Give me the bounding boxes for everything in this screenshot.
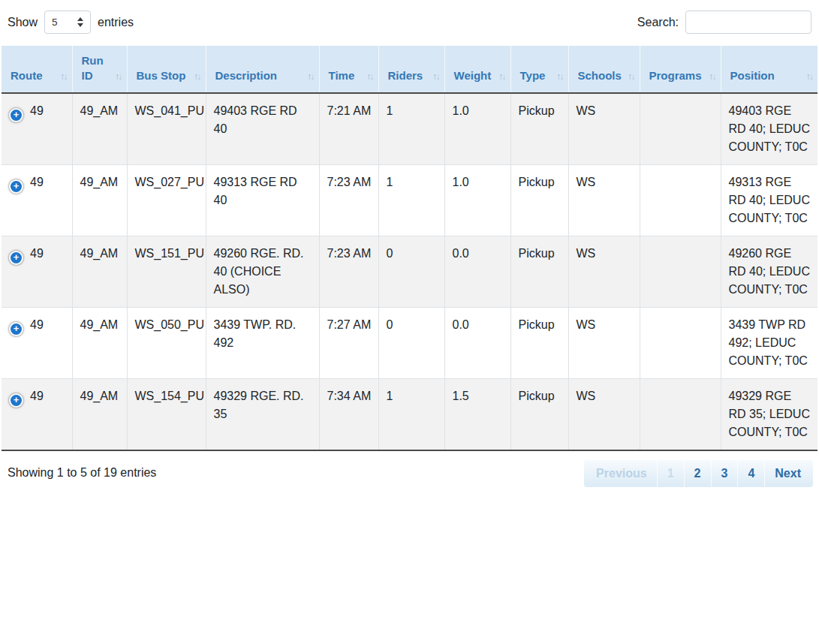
cell-description: 49329 RGE. RD. 35 [206, 379, 319, 451]
cell-route: +49 [2, 236, 72, 308]
cell-type: Pickup [510, 165, 568, 236]
cell-position: 49313 RGE RD 40; LEDUC COUNTY; T0C [721, 165, 817, 236]
search-control: Search: [637, 11, 811, 34]
cell-route: +49 [2, 165, 72, 236]
cell-schools: WS [568, 379, 640, 451]
column-label: Bus Stop [137, 69, 186, 82]
page-length-value: 5 [52, 17, 58, 28]
sort-icon: ↑↓ [366, 71, 373, 83]
expand-row-plus-icon[interactable]: + [9, 251, 23, 265]
table-info: Showing 1 to 5 of 19 entries [8, 460, 156, 480]
cell-position: 49260 RGE RD 40; LEDUC COUNTY; T0C [721, 236, 817, 308]
expand-row-plus-icon[interactable]: + [9, 322, 23, 336]
route-value: 49 [30, 247, 44, 260]
sort-icon: ↑↓ [432, 71, 439, 83]
cell-position: 49329 RGE RD 35; LEDUC COUNTY; T0C [721, 379, 817, 451]
route-value: 49 [30, 104, 44, 117]
select-up-down-icon [77, 17, 83, 27]
cell-schools: WS [568, 93, 640, 165]
cell-position: 49403 RGE RD 40; LEDUC COUNTY; T0C [721, 93, 817, 165]
column-label: Time [329, 69, 355, 82]
column-header-programs[interactable]: Programs↑↓ [640, 46, 721, 93]
cell-weight: 1.5 [444, 379, 510, 451]
cell-schools: WS [568, 236, 640, 308]
table-row: +4949_AMWS_041_PU49403 RGE RD 407:21 AM1… [2, 93, 817, 165]
column-header-bus_stop[interactable]: Bus Stop↑↓ [127, 46, 206, 93]
cell-time: 7:21 AM [319, 93, 378, 165]
sort-icon: ↑↓ [709, 71, 715, 83]
column-header-route[interactable]: Route↑↓ [2, 46, 72, 93]
search-input[interactable] [685, 11, 811, 34]
cell-description: 49313 RGE RD 40 [206, 165, 319, 236]
expand-row-plus-icon[interactable]: + [9, 393, 23, 408]
cell-run_id: 49_AM [72, 236, 127, 308]
cell-time: 7:27 AM [319, 308, 378, 379]
cell-riders: 1 [378, 93, 444, 165]
cell-run_id: 49_AM [72, 93, 127, 165]
column-label: Route [11, 69, 43, 82]
page-button-next[interactable]: Next [764, 460, 813, 487]
page-button-1[interactable]: 1 [657, 460, 684, 487]
page-length-select[interactable]: 5 [44, 11, 91, 34]
cell-programs [640, 93, 721, 165]
sort-icon: ↑↓ [307, 71, 314, 83]
column-label: Description [215, 69, 278, 82]
cell-riders: 0 [378, 308, 444, 379]
column-header-run_id[interactable]: Run ID↑↓ [72, 46, 127, 93]
entries-label: entries [98, 16, 134, 29]
sort-icon: ↑↓ [556, 71, 563, 83]
expand-row-plus-icon[interactable]: + [9, 179, 23, 194]
column-label: Position [730, 69, 775, 82]
column-label: Weight [454, 69, 492, 82]
cell-bus_stop: WS_041_PU [127, 93, 206, 165]
column-label: Riders [388, 69, 423, 82]
cell-description: 49403 RGE RD 40 [206, 93, 319, 165]
cell-bus_stop: WS_151_PU [127, 236, 206, 308]
column-header-weight[interactable]: Weight↑↓ [444, 46, 510, 93]
cell-schools: WS [568, 165, 640, 236]
sort-icon: ↑↓ [806, 71, 813, 83]
page-button-4[interactable]: 4 [737, 460, 764, 487]
cell-programs [640, 379, 721, 451]
cell-bus_stop: WS_050_PU [127, 308, 206, 379]
column-header-riders[interactable]: Riders↑↓ [378, 46, 444, 93]
column-label: Run ID [82, 54, 104, 82]
cell-description: 49260 RGE. RD. 40 (CHOICE ALSO) [206, 236, 319, 308]
column-label: Programs [649, 69, 702, 82]
expand-row-plus-icon[interactable]: + [9, 108, 23, 122]
cell-programs [640, 236, 721, 308]
cell-run_id: 49_AM [72, 379, 127, 451]
page-button-3[interactable]: 3 [711, 460, 738, 487]
column-header-type[interactable]: Type↑↓ [510, 46, 568, 93]
sort-icon: ↑↓ [115, 71, 122, 83]
cell-riders: 0 [378, 236, 444, 308]
column-header-description[interactable]: Description↑↓ [206, 46, 319, 93]
table-row: +4949_AMWS_151_PU49260 RGE. RD. 40 (CHOI… [2, 236, 817, 308]
cell-route: +49 [2, 379, 72, 451]
page-button-previous[interactable]: Previous [584, 460, 657, 487]
column-header-schools[interactable]: Schools↑↓ [568, 46, 640, 93]
sort-icon: ↑↓ [498, 71, 505, 83]
cell-type: Pickup [510, 308, 568, 379]
cell-route: +49 [2, 93, 72, 165]
show-label: Show [8, 16, 38, 29]
search-label: Search: [637, 16, 679, 29]
cell-run_id: 49_AM [72, 308, 127, 379]
page-button-2[interactable]: 2 [684, 460, 711, 487]
column-label: Schools [578, 69, 622, 82]
cell-weight: 1.0 [444, 165, 510, 236]
column-header-position[interactable]: Position↑↓ [721, 46, 817, 93]
cell-programs [640, 308, 721, 379]
datatable-wrapper: Show 5 entries Search: Route↑↓Run ID↑↓Bu… [0, 0, 819, 495]
cell-weight: 0.0 [444, 236, 510, 308]
cell-run_id: 49_AM [72, 165, 127, 236]
cell-description: 3439 TWP. RD. 492 [206, 308, 319, 379]
cell-programs [640, 165, 721, 236]
pagination: Previous1234Next [584, 460, 813, 487]
sort-icon: ↑↓ [60, 71, 67, 83]
table-controls: Show 5 entries Search: [2, 11, 817, 34]
sort-icon: ↑↓ [194, 71, 200, 83]
table-row: +4949_AMWS_050_PU3439 TWP. RD. 4927:27 A… [2, 308, 817, 379]
table-row: +4949_AMWS_154_PU49329 RGE. RD. 357:34 A… [2, 379, 817, 451]
column-header-time[interactable]: Time↑↓ [319, 46, 378, 93]
